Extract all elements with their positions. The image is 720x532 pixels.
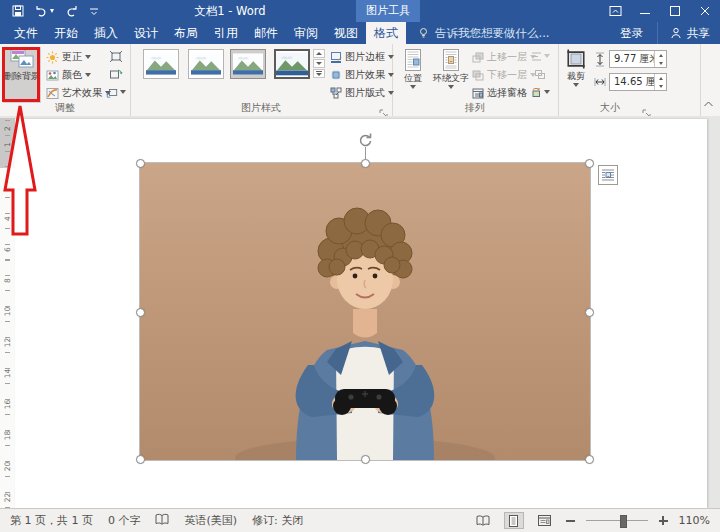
resize-handle-bottom-center[interactable] — [361, 455, 370, 464]
ribbon-display-options-button[interactable] — [600, 0, 630, 22]
color-button[interactable]: 颜色 — [46, 67, 91, 83]
picture-style-1[interactable] — [143, 49, 179, 79]
rotate-button[interactable] — [530, 84, 550, 100]
dropdown-caret-icon — [544, 90, 550, 94]
proofing-status[interactable] — [155, 513, 169, 529]
picture-border-button[interactable]: 图片边框 — [330, 49, 394, 65]
layout-options-button[interactable] — [598, 165, 618, 185]
ruler-number: 14 — [3, 368, 12, 380]
selection-pane-button[interactable]: 选择窗格 — [472, 85, 527, 101]
undo-button[interactable] — [35, 5, 54, 17]
selected-picture[interactable] — [140, 163, 590, 460]
tab-insert[interactable]: 插入 — [86, 22, 126, 44]
word-window: 文档1 - Word 图片工具 文件 开始 插入 设计 布局 引用 邮件 审阅 … — [0, 0, 720, 532]
redo-button[interactable] — [65, 5, 78, 17]
maximize-button[interactable] — [660, 0, 690, 22]
position-button[interactable]: 位置 — [397, 47, 429, 103]
height-spinner[interactable] — [654, 51, 666, 67]
resize-handle-bottom-right[interactable] — [585, 455, 594, 464]
tab-home[interactable]: 开始 — [46, 22, 86, 44]
resize-handle-top-left[interactable] — [136, 159, 145, 168]
collapse-ribbon-button[interactable] — [703, 93, 714, 112]
read-mode-icon — [476, 515, 490, 526]
tab-design[interactable]: 设计 — [126, 22, 166, 44]
zoom-level[interactable]: 110% — [679, 514, 710, 527]
annotation-arrow — [0, 100, 44, 240]
change-picture-button[interactable] — [106, 66, 126, 82]
styles-gallery-more-button[interactable] — [313, 69, 325, 78]
window-controls — [600, 0, 720, 22]
size-dialog-launcher[interactable] — [642, 104, 652, 114]
resize-handle-middle-right[interactable] — [585, 308, 594, 317]
zoom-slider[interactable] — [586, 520, 648, 521]
picture-style-3-selected[interactable] — [230, 49, 266, 79]
artistic-effects-button[interactable]: 艺术效果 — [46, 85, 111, 101]
title-bar: 文档1 - Word 图片工具 — [0, 0, 720, 22]
layout-options-icon — [601, 168, 615, 182]
word-count[interactable]: 0 个字 — [108, 513, 141, 528]
minimize-button[interactable] — [630, 0, 660, 22]
bring-forward-button-disabled[interactable]: 上移一层 — [472, 49, 536, 65]
close-icon — [700, 6, 710, 16]
resize-handle-top-center[interactable] — [361, 159, 370, 168]
picture-style-4[interactable] — [274, 49, 310, 79]
tab-references[interactable]: 引用 — [206, 22, 246, 44]
language-indicator[interactable]: 英语(美国) — [184, 513, 237, 528]
page-indicator[interactable]: 第 1 页，共 1 页 — [10, 513, 93, 528]
reset-picture-button[interactable] — [106, 84, 126, 100]
tell-me-box[interactable]: 告诉我您想要做什么... — [418, 22, 549, 44]
ruler-number: 6 — [3, 244, 12, 256]
styles-gallery-up-button[interactable] — [313, 49, 325, 58]
width-spinner[interactable] — [654, 74, 666, 90]
width-icon — [594, 75, 606, 90]
print-layout-button[interactable] — [504, 512, 524, 529]
track-changes-indicator[interactable]: 修订: 关闭 — [252, 513, 303, 528]
dropdown-caret-icon — [85, 55, 91, 59]
annotation-highlight-box — [2, 47, 40, 102]
group-objects-icon — [534, 69, 546, 80]
crop-button[interactable]: 裁剪 — [562, 47, 590, 103]
read-mode-button[interactable] — [473, 512, 493, 529]
redo-icon — [65, 5, 78, 17]
tell-me-placeholder: 告诉我您想要做什么... — [435, 26, 549, 41]
styles-gallery-down-button[interactable] — [313, 59, 325, 68]
tab-review[interactable]: 审阅 — [286, 22, 326, 44]
resize-handle-middle-left[interactable] — [136, 308, 145, 317]
web-layout-button[interactable] — [535, 512, 555, 529]
corrections-button[interactable]: 更正 — [46, 49, 91, 65]
share-button[interactable]: 共享 — [657, 22, 710, 44]
tab-file[interactable]: 文件 — [6, 22, 46, 44]
photo-boy-with-controller — [140, 163, 590, 460]
align-button-disabled[interactable] — [530, 48, 550, 64]
send-backward-label: 下移一层 — [487, 68, 527, 82]
zoom-out-button[interactable] — [566, 520, 575, 522]
picture-effects-button[interactable]: 图片效果 — [330, 67, 394, 83]
send-backward-button-disabled[interactable]: 下移一层 — [472, 67, 536, 83]
tab-layout[interactable]: 布局 — [166, 22, 206, 44]
save-button[interactable] — [12, 5, 24, 17]
position-label: 位置 — [404, 73, 422, 83]
customize-qat-button[interactable] — [89, 6, 99, 17]
zoom-slider-thumb[interactable] — [620, 515, 627, 528]
picture-style-2[interactable] — [188, 49, 224, 79]
resize-handle-top-right[interactable] — [585, 159, 594, 168]
send-backward-icon — [472, 70, 484, 81]
tab-view[interactable]: 视图 — [326, 22, 366, 44]
compress-pictures-button[interactable] — [106, 48, 126, 64]
rotate-icon — [357, 132, 373, 148]
group-button-disabled[interactable] — [530, 66, 550, 82]
sign-in-button[interactable]: 登录 — [620, 26, 643, 41]
tab-format-active[interactable]: 格式 — [366, 22, 406, 44]
picture-layout-button[interactable]: 图片版式 — [330, 85, 394, 101]
zoom-in-button[interactable] — [659, 516, 668, 525]
resize-handle-bottom-left[interactable] — [136, 455, 145, 464]
rotation-handle[interactable] — [357, 132, 373, 148]
close-button[interactable] — [690, 0, 720, 22]
document-page[interactable] — [15, 119, 707, 508]
account-area: 登录 共享 — [620, 22, 720, 44]
tab-mailings[interactable]: 邮件 — [246, 22, 286, 44]
wrap-text-button[interactable]: 环绕文字 — [433, 47, 469, 103]
ruler-number: 16 — [3, 399, 12, 411]
ribbon-display-options-icon — [609, 5, 622, 17]
artistic-effects-icon — [46, 87, 59, 100]
